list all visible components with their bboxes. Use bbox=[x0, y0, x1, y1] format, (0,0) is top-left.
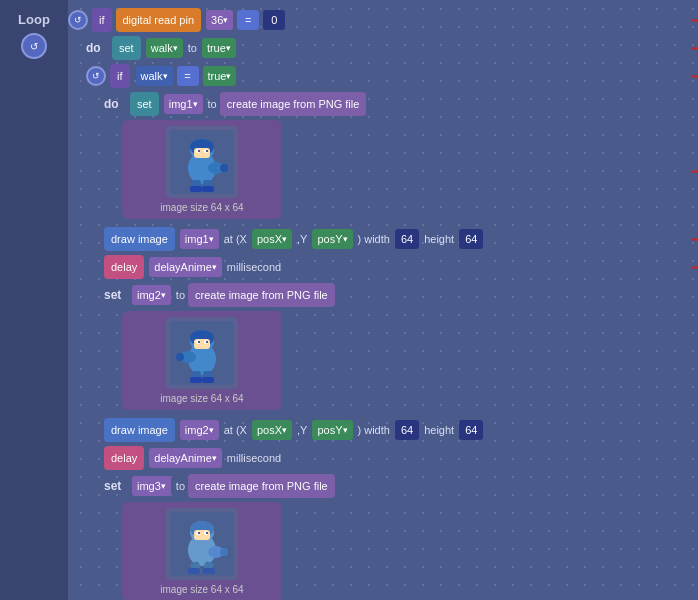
svg-point-7 bbox=[198, 150, 200, 152]
svg-point-37 bbox=[198, 532, 200, 534]
create-image-block-2: create image from PNG file bbox=[188, 283, 335, 307]
svg-rect-4 bbox=[194, 148, 210, 158]
loop-label: Loop bbox=[18, 12, 50, 27]
do-label-4: set bbox=[104, 479, 124, 493]
image-container-2: image size 64 x 64 bbox=[122, 311, 282, 410]
pin-number-dropdown[interactable]: 36 bbox=[206, 10, 233, 30]
posY-dropdown-1[interactable]: posY bbox=[312, 229, 352, 249]
svg-rect-19 bbox=[194, 339, 210, 349]
sidebar: Loop ↺ bbox=[0, 0, 68, 600]
img2-dropdown[interactable]: img2 bbox=[132, 285, 171, 305]
height-label-1: height bbox=[424, 233, 454, 245]
image-3 bbox=[166, 508, 238, 580]
height-label-2: height bbox=[424, 424, 454, 436]
image-1 bbox=[166, 126, 238, 198]
width-val-1: 64 bbox=[395, 229, 419, 249]
do-label-2: do bbox=[104, 97, 124, 111]
img3-dropdown[interactable]: img3 bbox=[132, 476, 171, 496]
row-delay-1: delay delayAnime millisecond 6 bbox=[104, 255, 698, 279]
loop-circle-1: ↺ bbox=[68, 10, 88, 30]
do-label-3: set bbox=[104, 288, 124, 302]
to-label-1: to bbox=[188, 42, 197, 54]
svg-point-38 bbox=[206, 532, 208, 534]
row-draw-image-1: draw image img1 at (X posX ,Y posY ) wid… bbox=[104, 227, 698, 251]
true-dropdown-1[interactable]: true bbox=[202, 38, 236, 58]
svg-point-8 bbox=[206, 150, 208, 152]
draw-image-block-2: draw image bbox=[104, 418, 175, 442]
if-label-1: if bbox=[99, 14, 105, 26]
posY-dropdown-2[interactable]: posY bbox=[312, 420, 352, 440]
image-size-label-3: image size 64 x 64 bbox=[160, 584, 243, 595]
zero-val: 0 bbox=[263, 10, 285, 30]
create-image-block-3: create image from PNG file bbox=[188, 474, 335, 498]
equals-op-2: = bbox=[177, 66, 199, 86]
svg-point-22 bbox=[198, 341, 200, 343]
svg-rect-34 bbox=[194, 530, 210, 540]
svg-rect-14 bbox=[202, 186, 214, 192]
row-if-digital: ↺ if digital read pin 36 = 0 1 bbox=[68, 8, 698, 32]
row-draw-image-2: draw image img2 at (X posX ,Y posY ) wid… bbox=[104, 418, 698, 442]
create-image-block-1: create image from PNG file bbox=[220, 92, 367, 116]
main-content: ↺ if digital read pin 36 = 0 1 do set wa… bbox=[68, 8, 698, 600]
svg-point-40 bbox=[220, 548, 228, 556]
img1-dropdown[interactable]: img1 bbox=[164, 94, 203, 114]
svg-rect-44 bbox=[203, 568, 215, 574]
image-container-1: image size 64 x 64 bbox=[122, 120, 282, 219]
width-val-2: 64 bbox=[395, 420, 419, 440]
height-val-2: 64 bbox=[459, 420, 483, 440]
true-dropdown-2[interactable]: true bbox=[203, 66, 237, 86]
svg-point-23 bbox=[206, 341, 208, 343]
delay-anime-dropdown-2[interactable]: delayAnime bbox=[149, 448, 221, 468]
do-label-1: do bbox=[86, 41, 106, 55]
delay-anime-dropdown-1[interactable]: delayAnime bbox=[149, 257, 221, 277]
digital-read-pin-block: digital read pin bbox=[116, 8, 202, 32]
if-block-1: if bbox=[92, 8, 112, 32]
height-val-1: 64 bbox=[459, 229, 483, 249]
if-block-2: if bbox=[110, 64, 130, 88]
row-do-set-img1: do set img1 to create image from PNG fil… bbox=[104, 92, 698, 116]
row-do-set-img2: set img2 to create image from PNG file bbox=[104, 283, 698, 307]
delay-block-2: delay bbox=[104, 446, 144, 470]
row-if-walk: ↺ if walk = true 3 bbox=[86, 64, 698, 88]
set-block-2: set bbox=[130, 92, 159, 116]
walk-dropdown-2[interactable]: walk bbox=[136, 66, 173, 86]
loop-icon: ↺ bbox=[21, 33, 47, 59]
svg-rect-43 bbox=[188, 568, 200, 574]
megaman-svg-1 bbox=[170, 130, 234, 194]
image-size-label-2: image size 64 x 64 bbox=[160, 393, 243, 404]
image-container-3: image size 64 x 64 bbox=[122, 502, 282, 600]
image-size-label-1: image size 64 x 64 bbox=[160, 202, 243, 213]
set-block-1: set bbox=[112, 36, 141, 60]
megaman-svg-2 bbox=[170, 321, 234, 385]
svg-point-25 bbox=[176, 353, 184, 361]
draw-image-block-1: draw image bbox=[104, 227, 175, 251]
posX-dropdown-1[interactable]: posX bbox=[252, 229, 292, 249]
megaman-svg-3 bbox=[170, 512, 234, 576]
svg-rect-28 bbox=[190, 377, 202, 383]
image-2 bbox=[166, 317, 238, 389]
img2-draw-dropdown[interactable]: img2 bbox=[180, 420, 219, 440]
loop-circle-2: ↺ bbox=[86, 66, 106, 86]
equals-op: = bbox=[237, 10, 259, 30]
row-delay-2: delay delayAnime millisecond bbox=[104, 446, 698, 470]
walk-dropdown-1[interactable]: walk bbox=[146, 38, 183, 58]
svg-rect-13 bbox=[190, 186, 202, 192]
row-do-set-walk: do set walk to true 2 bbox=[86, 36, 698, 60]
delay-block-1: delay bbox=[104, 255, 144, 279]
posX-dropdown-2[interactable]: posX bbox=[252, 420, 292, 440]
svg-rect-29 bbox=[202, 377, 214, 383]
row-do-set-img3: set img3 to create image from PNG file bbox=[104, 474, 698, 498]
img1-draw-dropdown[interactable]: img1 bbox=[180, 229, 219, 249]
svg-point-10 bbox=[220, 164, 228, 172]
